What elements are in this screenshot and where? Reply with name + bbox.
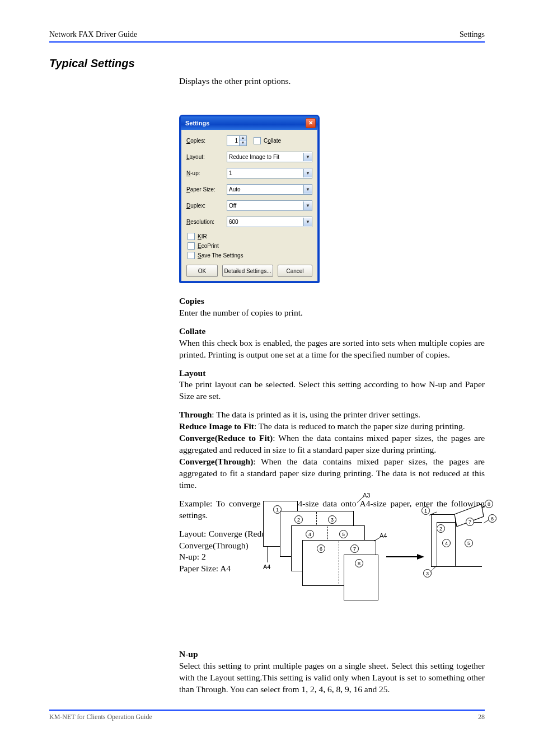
- dialog-buttons: OK Detailed Settings... Cancel: [186, 265, 312, 277]
- collate-checkbox[interactable]: Collate: [254, 137, 281, 144]
- svg-marker-4: [417, 554, 424, 560]
- chevron-down-icon: ▼: [303, 153, 312, 161]
- converge-diagram: 1 2 3 4 5 6 7 8 A3 A4 A4: [257, 501, 490, 604]
- layout-item-1-name: Reduce Image to Fit: [179, 421, 254, 431]
- row-copies: Copies: 1 ▲▼ Collate: [186, 135, 312, 146]
- dialog-title: Settings: [185, 120, 209, 126]
- dialog-body: Copies: 1 ▲▼ Collate Layout: Reduce Imag…: [181, 130, 318, 281]
- field-copies-text: Enter the number of copies to print.: [179, 307, 485, 319]
- footer-rule: [49, 710, 485, 711]
- footer-right: 28: [478, 713, 485, 721]
- settings-dialog: Settings ✕ Copies: 1 ▲▼ Collate Layout: …: [179, 115, 320, 283]
- layout-item-0-name: Through: [179, 410, 212, 419]
- nup-select[interactable]: 1 ▼: [227, 168, 312, 179]
- resolution-value: 600: [229, 219, 238, 225]
- chevron-down-icon: ▼: [303, 169, 312, 177]
- dialog-titlebar[interactable]: Settings ✕: [181, 116, 318, 130]
- nup-value: 1: [229, 170, 232, 176]
- layout-item-0-desc: The data is printed as it is, using the …: [216, 410, 420, 419]
- field-layout-text: The print layout can be selected. Select…: [179, 379, 485, 402]
- section-heading: Typical Settings: [49, 57, 485, 70]
- out-page-6: 6: [488, 514, 496, 523]
- label-resolution: Resolution:: [186, 219, 227, 225]
- close-icon[interactable]: ✕: [306, 118, 316, 128]
- label-layout: Layout:: [186, 154, 227, 160]
- row-paper: Paper Size: Auto ▼: [186, 184, 312, 195]
- page-header-row: Network FAX Driver Guide Settings: [49, 30, 485, 39]
- page-footer: KM-NET for Clients Operation Guide 28: [49, 710, 485, 721]
- duplex-select[interactable]: Off ▼: [227, 200, 312, 211]
- field-nup-title: N-up: [179, 649, 198, 659]
- page: Network FAX Driver Guide Settings Typica…: [0, 0, 534, 756]
- kir-checkbox[interactable]: KIR: [188, 233, 312, 240]
- label-a4-left: A4: [263, 564, 270, 570]
- label-collate: Collate: [264, 138, 281, 144]
- spin-down-icon[interactable]: ▼: [240, 141, 246, 146]
- layout-value: Reduce Image to Fit: [229, 154, 279, 160]
- out-page-7: 7: [466, 518, 474, 526]
- layout-item-1-desc: The data is reduced to match the paper s…: [259, 421, 465, 431]
- save-settings-checkbox[interactable]: Save The Settings: [188, 252, 312, 259]
- row-resolution: Resolution: 600 ▼: [186, 217, 312, 227]
- intro-text: Displays the other print options.: [179, 76, 485, 87]
- out-page-5: 5: [465, 539, 473, 547]
- header-left: Network FAX Driver Guide: [49, 30, 137, 39]
- copies-spinner[interactable]: 1 ▲▼: [227, 135, 247, 146]
- out-page-3: 3: [423, 569, 432, 577]
- field-collate-title: Collate: [179, 326, 205, 336]
- cancel-button[interactable]: Cancel: [278, 265, 312, 277]
- label-nup: N-up:: [186, 170, 227, 176]
- label-copies: Copies:: [186, 138, 227, 144]
- field-copies-title: Copies: [179, 296, 204, 306]
- label-a3: A3: [363, 492, 370, 499]
- label-duplex: Duplex:: [186, 203, 227, 209]
- paper-select[interactable]: Auto ▼: [227, 184, 312, 195]
- chevron-down-icon: ▼: [303, 201, 312, 210]
- detailed-settings-button[interactable]: Detailed Settings...: [222, 265, 273, 277]
- field-nup-text: Select this setting to print multiple pa…: [179, 660, 485, 696]
- duplex-value: Off: [229, 203, 236, 209]
- row-nup: N-up: 1 ▼: [186, 168, 312, 179]
- chevron-down-icon: ▼: [303, 218, 312, 226]
- field-layout-title: Layout: [179, 368, 205, 378]
- spin-up-icon[interactable]: ▲: [240, 136, 246, 141]
- svg-line-1: [374, 538, 380, 541]
- layout-select[interactable]: Reduce Image to Fit ▼: [227, 152, 312, 162]
- copies-value: 1: [227, 136, 239, 145]
- paper-value: Auto: [229, 186, 241, 192]
- row-duplex: Duplex: Off ▼: [186, 200, 312, 211]
- ecoprint-checkbox[interactable]: EcoPrint: [188, 242, 312, 250]
- layout-item-2-name: Converge(Reduce to Fit): [179, 433, 273, 443]
- out-page-8: 8: [485, 500, 493, 508]
- resolution-select[interactable]: 600 ▼: [227, 217, 312, 227]
- ok-button[interactable]: OK: [186, 265, 218, 277]
- footer-left: KM-NET for Clients Operation Guide: [49, 713, 152, 721]
- layout-item-3-name: Converge(Through): [179, 457, 253, 466]
- label-paper: Paper Size:: [186, 186, 227, 192]
- header-rule: [49, 41, 485, 43]
- out-page-2: 2: [437, 524, 445, 533]
- out-page-4: 4: [442, 539, 451, 547]
- header-right: Settings: [460, 30, 485, 39]
- out-page-1: 1: [421, 506, 430, 515]
- field-collate-text: When this check box is enabled, the page…: [179, 337, 485, 361]
- label-a4-right: A4: [380, 532, 387, 539]
- row-layout: Layout: Reduce Image to Fit ▼: [186, 152, 312, 162]
- chevron-down-icon: ▼: [303, 185, 312, 194]
